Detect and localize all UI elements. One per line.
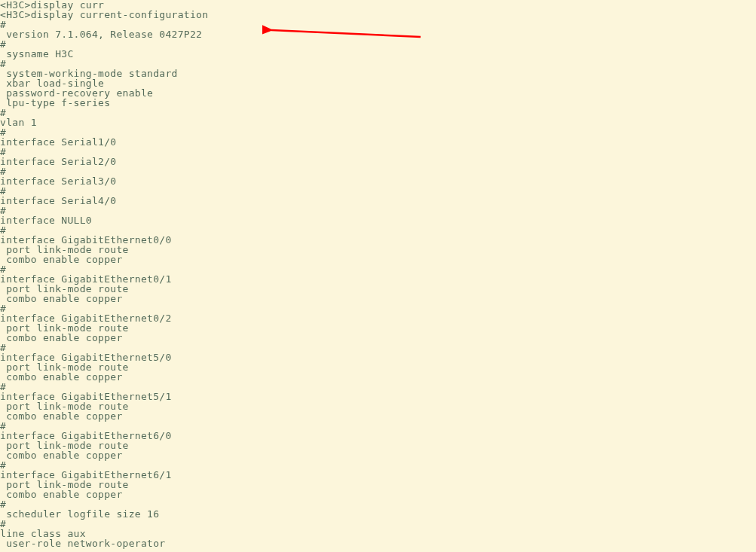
terminal-output[interactable]: <H3C>display curr <H3C>display current-c…	[0, 0, 756, 548]
